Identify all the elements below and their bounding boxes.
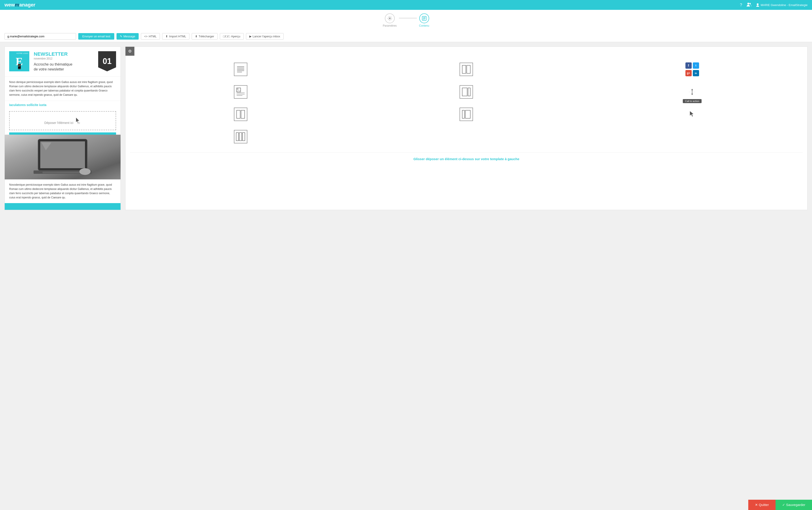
three-col-icon <box>234 130 247 143</box>
message-icon: ✎ <box>120 35 122 38</box>
panel-content: f t g+ in <box>125 56 807 170</box>
bottom-bar: ✕ Quitter ✓ Sauvegarder <box>748 500 812 510</box>
newsletter-title: NEWSLETTER <box>34 51 94 57</box>
email-title-area: NEWSLETTER novembre 2012 Accroche ou thé… <box>34 51 94 72</box>
users-icon[interactable] <box>747 2 751 8</box>
svg-point-14 <box>79 168 91 175</box>
two-col-left-icon <box>460 85 473 98</box>
email-header: E VOTRE LOGO 📱 NEWSLETTER novembre 2012 … <box>5 47 120 77</box>
image-text-icon <box>234 85 247 98</box>
svg-rect-21 <box>467 65 470 74</box>
element-grid: f t g+ in <box>130 60 803 146</box>
user-info: MARIE Gwendoline - EmailStrategie <box>756 3 808 7</box>
step-circle-parametres <box>385 13 395 23</box>
svg-rect-33 <box>241 110 245 118</box>
preview-icon: □/□/□ <box>223 35 230 38</box>
element-social[interactable]: f t g+ in <box>581 60 803 79</box>
help-icon[interactable]: ? <box>740 3 742 7</box>
top-navigation: wewmanager ? MARIE Gwendoline - EmailStr… <box>0 0 812 10</box>
svg-rect-32 <box>237 110 240 118</box>
element-three-col[interactable] <box>130 128 351 146</box>
tab-apercu[interactable]: □/□/□ Aperçu <box>220 33 244 39</box>
logo-bottom-icon: 📱 <box>16 64 22 69</box>
nav-right: ? MARIE Gwendoline - EmailStrategie <box>740 2 808 8</box>
resize-icon <box>688 88 696 96</box>
text-block-icon <box>234 63 247 76</box>
linkedin-icon: in <box>693 70 699 76</box>
element-two-col-right[interactable] <box>356 60 577 79</box>
facebook-icon: f <box>686 62 692 69</box>
tab-message[interactable]: ✎ Message <box>117 33 139 39</box>
play-icon: ▶ <box>249 35 252 38</box>
tab-lancer-apercu[interactable]: ▶ Lancer l'aperçu inbox <box>246 33 284 39</box>
cta-icon-visual <box>688 110 696 118</box>
step-connector <box>399 18 417 18</box>
email-logo: E VOTRE LOGO 📱 <box>9 51 29 72</box>
drag-hint: Glisser déposer un élément ci-dessus sur… <box>130 152 803 165</box>
user-name: MARIE Gwendoline - EmailStrategie <box>760 3 808 7</box>
cta-bar <box>9 133 116 135</box>
svg-text:521: 521 <box>77 123 80 124</box>
cursor-icon: 500 521 <box>74 117 81 125</box>
element-resize[interactable] <box>581 83 803 101</box>
logo: wewmanager <box>4 2 35 8</box>
svg-point-24 <box>237 88 238 90</box>
svg-point-0 <box>747 3 749 4</box>
google-icon: g+ <box>686 70 692 76</box>
right-panel: ⚙ <box>125 47 808 210</box>
drop-zone-label: Déposer l'élément ici <box>44 121 74 124</box>
svg-rect-35 <box>465 110 470 118</box>
svg-rect-36 <box>236 133 239 141</box>
email-body-text: Novo denique perniciosoque exemplo idem … <box>5 77 120 101</box>
element-two-col-left[interactable] <box>356 83 577 101</box>
two-col-right2-icon <box>460 108 473 121</box>
twitter-icon: t <box>693 62 699 69</box>
newsletter-number: 01 <box>98 51 116 72</box>
step-circle-contenu <box>419 13 429 23</box>
element-cta[interactable]: Call to action <box>581 105 803 123</box>
step-contenu[interactable]: Contenu <box>419 13 429 27</box>
two-col-equal-icon <box>234 108 247 121</box>
html-icon: <> <box>144 35 148 38</box>
svg-rect-34 <box>462 110 464 118</box>
cta-tooltip: Call to action <box>683 99 701 103</box>
logo-sub-text: VOTRE LOGO <box>16 52 28 54</box>
gear-icon: ⚙ <box>128 49 132 54</box>
email-link[interactable]: Iaculatores sollicite iuxta <box>5 101 120 109</box>
svg-rect-20 <box>462 65 466 74</box>
element-two-col-equal[interactable] <box>130 105 351 123</box>
tab-import-html[interactable]: ⬆ Import HTML <box>162 33 190 39</box>
svg-rect-13 <box>42 172 83 173</box>
svg-point-3 <box>389 18 391 19</box>
email-preview: E VOTRE LOGO 📱 NEWSLETTER novembre 2012 … <box>4 47 121 210</box>
step-label-contenu: Contenu <box>419 24 429 27</box>
two-col-right-icon <box>460 63 473 76</box>
email-test-input[interactable] <box>4 33 76 39</box>
tab-telecharger[interactable]: ⬇ Télécharger <box>192 33 218 39</box>
download-icon: ⬇ <box>195 35 198 38</box>
panel-gear-button[interactable]: ⚙ <box>125 47 135 56</box>
upload-icon: ⬆ <box>166 35 168 38</box>
tab-html[interactable]: <> HTML <box>141 33 160 39</box>
element-image-text[interactable] <box>130 83 351 101</box>
email-footer <box>5 203 120 210</box>
svg-rect-37 <box>239 133 242 141</box>
newsletter-date: novembre 2012 <box>34 57 94 60</box>
step-bar: Paramètres Contenu <box>0 10 812 31</box>
svg-rect-38 <box>242 133 245 141</box>
newsletter-tagline: Accroche ou thématique de votre newslett… <box>34 62 94 72</box>
svg-rect-29 <box>468 88 470 96</box>
svg-point-1 <box>749 3 751 4</box>
step-label-parametres: Paramètres <box>383 24 397 27</box>
element-two-col-right2[interactable] <box>356 105 577 123</box>
email-body-text2: Novodenique perniciosoque exemplo idem G… <box>5 179 120 203</box>
laptop-visual <box>5 135 120 179</box>
element-text-block[interactable] <box>130 60 351 79</box>
svg-point-2 <box>757 3 759 5</box>
quit-button[interactable]: ✕ Quitter <box>748 500 776 510</box>
main-content: E VOTRE LOGO 📱 NEWSLETTER novembre 2012 … <box>0 42 812 215</box>
drop-zone[interactable]: Déposer l'élément ici 500 521 <box>9 111 116 130</box>
send-test-button[interactable]: Envoyer un email test <box>78 33 114 39</box>
save-button[interactable]: ✓ Sauvegarder <box>776 500 812 510</box>
step-parametres[interactable]: Paramètres <box>383 13 397 27</box>
